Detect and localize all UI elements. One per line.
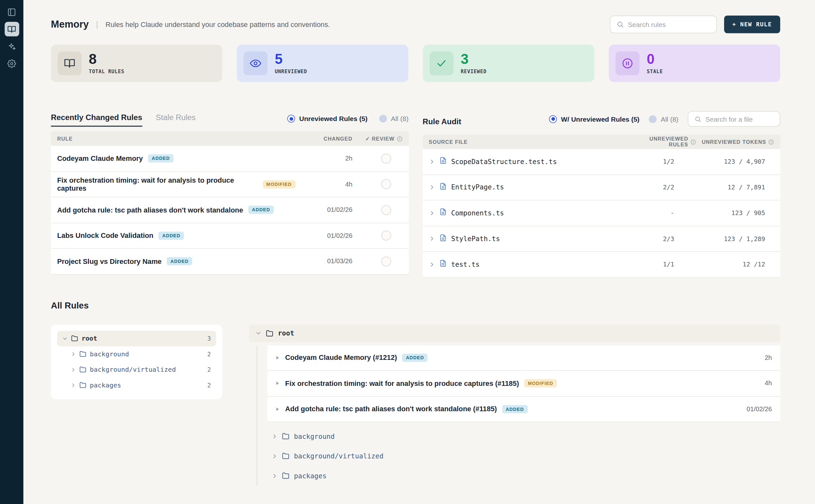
unreviewed-rules-value: - (628, 209, 696, 217)
panels-icon[interactable] (4, 5, 19, 19)
search-file-box (688, 111, 780, 127)
review-checkbox[interactable] (381, 231, 391, 241)
info-icon (690, 139, 696, 145)
rule-title: Fix orchestration timing: wait for analy… (285, 379, 519, 387)
rule-row[interactable]: Fix orchestration timing: wait for analy… (267, 371, 780, 396)
tree-item-root[interactable]: root 3 (57, 331, 216, 346)
check-icon (430, 51, 453, 75)
rule-row[interactable]: Add gotcha rule: tsc path aliases don't … (267, 396, 780, 422)
file-icon (439, 157, 447, 166)
audit-row[interactable]: StylePath.ts 2/3 123 / 1,289 (423, 226, 780, 252)
tree-item-count: 3 (207, 335, 211, 342)
chevron-down-icon (62, 336, 67, 341)
tab-stale-rules[interactable]: Stale Rules (156, 113, 196, 127)
rule-title: Codeyam Claude Memory (#1212) (285, 354, 397, 361)
info-icon (397, 136, 402, 142)
chevron-right-icon (71, 367, 76, 372)
chevron-right-icon (272, 473, 277, 479)
stat-card-unreviewed: 5 UNREVIEWED (237, 45, 408, 82)
changed-value: 01/02/26 (295, 206, 353, 214)
filter-label: All (8) (661, 115, 679, 123)
tab-recently-changed-rules[interactable]: Recently Changed Rules (51, 113, 143, 127)
folder-name: background (294, 432, 335, 440)
search-rules-input[interactable] (628, 21, 710, 28)
audit-table-header: SOURCE FILE UNREVIEWED RULES UNREVIEWED … (423, 135, 780, 149)
filter-label: All (8) (391, 115, 408, 122)
book-icon[interactable] (4, 22, 19, 36)
changed-value: 01/02/26 (747, 405, 772, 413)
file-name: Components.ts (451, 209, 504, 217)
main-content: Memory | Rules help Claude understand yo… (23, 0, 815, 500)
unreviewed-rules-value: 1/1 (628, 261, 696, 268)
triangle-right-icon[interactable] (275, 355, 280, 360)
folder-tree: root 3 background 2 background/virtualiz… (51, 324, 223, 399)
new-rule-button[interactable]: + NEW RULE (724, 16, 780, 33)
rule-row[interactable]: Labs Unlock Code ValidationADDED 01/02/2… (51, 223, 409, 249)
filter-unreviewed-rules[interactable]: Unreviewed Rules (5) (287, 115, 368, 122)
triangle-right-icon[interactable] (275, 406, 280, 412)
info-icon (768, 139, 774, 145)
rule-row[interactable]: Add gotcha rule: tsc path aliases don't … (51, 197, 409, 223)
search-file-input[interactable] (705, 115, 774, 123)
tree-item-background[interactable]: background 2 (66, 346, 216, 362)
gear-icon[interactable] (4, 56, 19, 71)
filter-all-files[interactable]: All (8) (649, 115, 678, 123)
chevron-right-icon[interactable] (429, 262, 434, 267)
radio-selected-icon (549, 115, 557, 123)
folder-row-packages[interactable]: packages (267, 466, 780, 485)
rule-title: Labs Unlock Code Validation (57, 232, 153, 239)
rule-row[interactable]: Codeyam Claude MemoryADDED 2h (51, 146, 409, 172)
review-checkbox[interactable] (381, 179, 391, 189)
review-checkbox[interactable] (381, 153, 391, 163)
tree-item-label: root (82, 335, 97, 342)
folder-name: packages (294, 472, 327, 480)
tree-item-count: 2 (207, 366, 211, 373)
audit-row[interactable]: test.ts 1/1 12 /12 (423, 252, 780, 278)
chevron-right-icon[interactable] (429, 236, 434, 242)
stat-card-total-rules: 8 TOTAL RULES (51, 45, 223, 82)
chevron-right-icon[interactable] (429, 159, 434, 165)
folder-header-root[interactable]: root (249, 324, 780, 342)
status-badge: ADDED (167, 257, 192, 265)
page-title: Memory (51, 19, 89, 30)
triangle-right-icon[interactable] (275, 381, 280, 386)
tree-item-background-virtualized[interactable]: background/virtualized 2 (66, 362, 216, 378)
rule-title: Project Slug vs Directory Name (57, 257, 162, 265)
audit-row[interactable]: EntityPage.ts 2/2 12 / 7,891 (423, 175, 780, 200)
book-icon (58, 51, 82, 75)
folder-icon (282, 472, 289, 479)
rule-row[interactable]: Codeyam Claude Memory (#1212) ADDED 2h (267, 345, 780, 371)
folder-icon (79, 351, 86, 357)
rule-title: Codeyam Claude Memory (57, 155, 143, 162)
review-checkbox[interactable] (381, 205, 391, 215)
review-checkbox[interactable] (381, 256, 391, 266)
chevron-down-icon (256, 330, 261, 336)
col-source-file: SOURCE FILE (429, 139, 628, 145)
all-rules-title: All Rules (51, 300, 780, 311)
filter-w-unreviewed-rules[interactable]: W/ Unreviewed Rules (5) (549, 115, 639, 123)
folder-row-background[interactable]: background (267, 426, 780, 446)
chevron-right-icon[interactable] (429, 185, 434, 190)
stat-value: 0 (647, 52, 663, 66)
expanded-folder-view: root Codeyam Claude Memory (#1212) ADDED… (249, 324, 780, 485)
audit-row[interactable]: Components.ts - 123 / 905 (423, 200, 780, 226)
audit-row[interactable]: ScopeDataStructure.test.ts 1/2 123 / 4,9… (423, 149, 780, 175)
folder-row-background-virtualized[interactable]: background/virtualized (267, 446, 780, 466)
chevron-right-icon[interactable] (429, 210, 434, 216)
unreviewed-tokens-value: 123 / 1,289 (696, 235, 774, 242)
rule-audit-title: Rule Audit (423, 117, 461, 130)
status-badge: ADDED (502, 405, 528, 413)
col-changed: CHANGED (295, 136, 353, 142)
rule-row[interactable]: Fix orchestration timing: wait for analy… (51, 172, 409, 197)
filter-label: Unreviewed Rules (5) (299, 115, 368, 122)
folder-contents: Codeyam Claude Memory (#1212) ADDED 2h F… (257, 345, 780, 486)
chevron-right-icon (71, 382, 76, 387)
tree-item-packages[interactable]: packages 2 (66, 377, 216, 393)
stat-value: 3 (461, 52, 487, 66)
status-badge: ADDED (159, 231, 184, 240)
sparkles-icon[interactable] (4, 39, 19, 53)
filter-all-rules[interactable]: All (8) (379, 115, 408, 122)
col-review: ✓ REVIEW (353, 136, 402, 142)
unreviewed-rules-value: 2/3 (628, 235, 696, 242)
rule-row[interactable]: Project Slug vs Directory NameADDED 01/0… (51, 249, 409, 274)
